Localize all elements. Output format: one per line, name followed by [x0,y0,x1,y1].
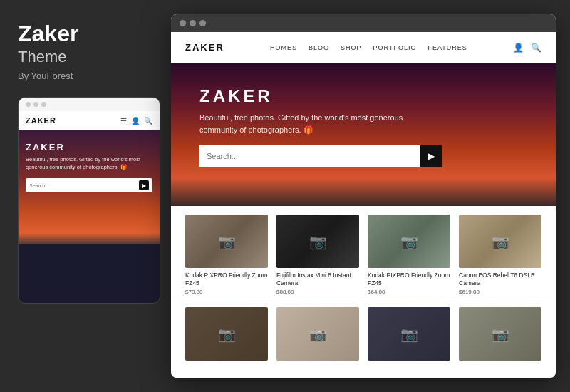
desktop-hero-title: ZAKER [200,86,527,106]
desktop-titlebar [171,14,556,32]
camera-icon-2: 📷 [400,233,418,250]
nav-link-features[interactable]: FEATURES [428,44,467,51]
product-image-row2-1: 📷 [276,307,359,361]
product-image-row2-2: 📷 [368,307,450,361]
mobile-menu-icon[interactable]: ☰ [120,117,127,125]
product-image-0: 📷 [185,215,268,268]
mobile-search-icon[interactable]: 🔍 [144,117,152,125]
product-card-row2-2[interactable]: 📷 [368,307,450,364]
desktop-dot-2 [190,20,196,26]
mobile-dot-2 [33,102,38,107]
mobile-titlebar [19,98,160,111]
products-section: 📷 Kodak PIXPRO Friendly Zoom FZ45 $70.00… [171,206,556,378]
left-panel: Zaker Theme By YouForest ZAKER ☰ 👤 🔍 ZAK… [0,0,171,392]
mobile-dot-1 [26,102,31,107]
mobile-dot-3 [41,102,46,107]
product-name-0: Kodak PIXPRO Friendly Zoom FZ45 [185,272,268,287]
theme-subtitle: Theme [18,48,153,66]
product-price-1: $88.00 [276,289,359,295]
desktop-search-submit-icon: ▶ [428,151,435,161]
mobile-nav-logo: ZAKER [26,116,56,125]
desktop-search-bar[interactable]: ▶ [200,145,442,167]
product-image-3: 📷 [459,215,542,268]
theme-title: Zaker [18,21,153,46]
product-card-row2-0[interactable]: 📷 [185,307,268,364]
nav-link-homes[interactable]: HOMES [270,44,297,51]
desktop-nav-logo: ZAKER [185,42,224,53]
product-image-row2-0: 📷 [185,307,268,361]
camera-icon-row2-0: 📷 [218,326,236,343]
desktop-search-button[interactable]: ▶ [420,145,442,167]
product-card-row2-3[interactable]: 📷 [459,307,542,364]
desktop-dot-1 [180,20,186,26]
mobile-hero: ZAKER Beautiful, free photos. Gifted by … [19,130,160,244]
camera-icon-3: 📷 [492,233,509,250]
desktop-nav-right: 👤 🔍 [513,43,542,53]
mobile-user-icon[interactable]: 👤 [131,117,140,125]
product-image-1: 📷 [276,215,359,268]
mobile-hero-title: ZAKER [26,142,152,153]
product-card-1[interactable]: 📷 Fujifilm Instax Mini 8 Instant Camera … [276,215,359,295]
camera-icon-row2-2: 📷 [400,326,418,343]
product-price-3: $619.00 [459,289,542,295]
product-image-row2-3: 📷 [459,307,542,361]
desktop-search-input[interactable] [200,145,420,167]
theme-author: By YouForest [18,71,153,81]
products-row-1: 📷 Kodak PIXPRO Friendly Zoom FZ45 $70.00… [171,206,556,301]
desktop-hero: ZAKER Beautiful, free photos. Gifted by … [171,63,556,206]
product-card-0[interactable]: 📷 Kodak PIXPRO Friendly Zoom FZ45 $70.00 [185,215,268,295]
mobile-search-submit-icon: ▶ [142,182,146,189]
product-price-0: $70.00 [185,289,268,295]
mobile-search-bar[interactable]: ▶ [26,178,152,192]
desktop-nav-links: HOMES BLOG SHOP PORTFOLIO FEATURES [270,44,467,51]
desktop-preview: ZAKER HOMES BLOG SHOP PORTFOLIO FEATURES… [171,14,556,378]
mobile-search-input[interactable] [29,183,139,188]
nav-link-shop[interactable]: SHOP [341,44,362,51]
nav-link-portfolio[interactable]: PORTFOLIO [373,44,417,51]
product-image-2: 📷 [368,215,450,268]
products-row-2: 📷 📷 📷 📷 [171,301,556,370]
mobile-nav-icons: ☰ 👤 🔍 [120,117,152,125]
product-card-3[interactable]: 📷 Canon EOS Rebel T6 DSLR Camera $619.00 [459,215,542,295]
camera-icon-row2-3: 📷 [492,326,509,343]
mobile-hero-description: Beautiful, free photos. Gifted by the wo… [26,156,152,171]
camera-icon-1: 📷 [309,233,327,250]
desktop-dot-3 [200,20,206,26]
product-card-row2-1[interactable]: 📷 [276,307,359,364]
desktop-hero-description: Beautiful, free photos. Gifted by the wo… [200,112,442,135]
product-name-3: Canon EOS Rebel T6 DSLR Camera [459,272,542,287]
mobile-preview: ZAKER ☰ 👤 🔍 ZAKER Beautiful, free photos… [18,97,160,304]
desktop-search-icon[interactable]: 🔍 [531,43,542,53]
mobile-nav: ZAKER ☰ 👤 🔍 [19,111,160,130]
product-price-2: $64.00 [368,289,450,295]
product-card-2[interactable]: 📷 Kodak PIXPRO Friendly Zoom FZ45 $64.00 [368,215,450,295]
camera-icon-0: 📷 [218,233,236,250]
mobile-search-button[interactable]: ▶ [139,180,149,190]
product-name-2: Kodak PIXPRO Friendly Zoom FZ45 [368,272,450,287]
desktop-nav: ZAKER HOMES BLOG SHOP PORTFOLIO FEATURES… [171,32,556,63]
product-name-1: Fujifilm Instax Mini 8 Instant Camera [276,272,359,287]
desktop-user-icon[interactable]: 👤 [513,43,524,53]
nav-link-blog[interactable]: BLOG [309,44,329,51]
camera-icon-row2-1: 📷 [309,326,327,343]
